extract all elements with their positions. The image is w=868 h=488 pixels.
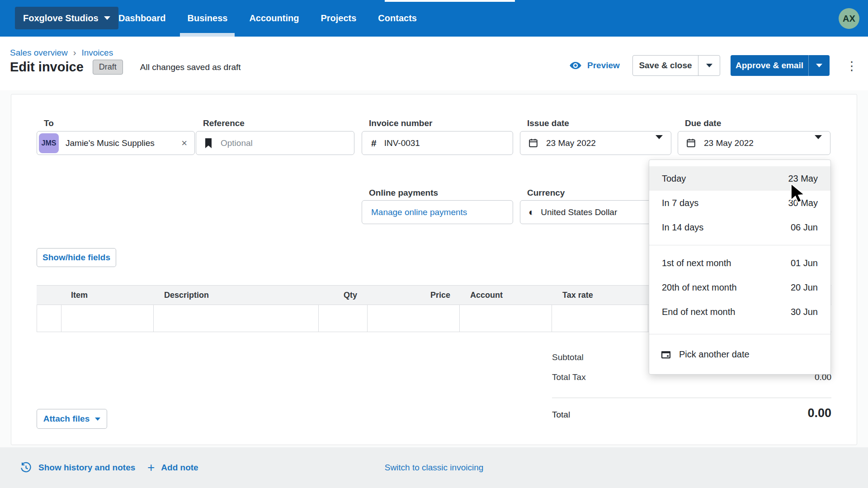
- description-cell[interactable]: [154, 305, 319, 332]
- user-avatar[interactable]: AX: [839, 8, 859, 29]
- approve-email-button[interactable]: Approve & email: [731, 55, 808, 76]
- nav-tabs: Dashboard Business Accounting Projects C…: [118, 0, 417, 37]
- switch-classic-wrap: Switch to classic invoicing: [0, 447, 868, 488]
- browser-artifact-bar: [385, 0, 515, 2]
- chevron-down-icon: [816, 64, 822, 67]
- kebab-icon: ⋮: [846, 59, 858, 73]
- reference-label: Reference: [203, 118, 245, 128]
- header-actions: Preview Save & close Approve & email ⋮: [0, 55, 868, 76]
- reference-placeholder: Optional: [221, 138, 253, 148]
- invoice-number-field[interactable]: # INV-0031: [362, 131, 513, 155]
- issue-date-label: Issue date: [527, 118, 569, 128]
- manage-online-payments-link[interactable]: Manage online payments: [371, 207, 467, 217]
- approve-email-split-button: Approve & email: [731, 55, 830, 76]
- nav-tab-contacts[interactable]: Contacts: [378, 0, 417, 37]
- total-tax-row: Total Tax 0.00: [552, 372, 831, 392]
- due-date-field[interactable]: 23 May 2022: [678, 131, 830, 155]
- invoice-number-value: INV-0031: [384, 138, 420, 148]
- total-row: Total 0.00: [552, 406, 831, 424]
- account-cell[interactable]: [460, 305, 552, 332]
- currency-icon: ◐: [528, 206, 534, 218]
- price-column-header: Price: [367, 291, 459, 300]
- preview-button[interactable]: Preview: [569, 55, 620, 76]
- menu-divider: [649, 245, 830, 245]
- total-label: Total: [552, 410, 570, 420]
- chevron-down-icon: [104, 16, 110, 20]
- menu-item-pick-another-date[interactable]: Pick another date: [649, 341, 830, 368]
- chevron-down-icon: [706, 64, 712, 67]
- due-date-label: Due date: [685, 118, 721, 128]
- org-name: Foxglove Studios: [23, 13, 99, 23]
- save-close-button[interactable]: Save & close: [633, 56, 698, 75]
- qty-cell[interactable]: [319, 305, 368, 332]
- menu-item-in-14-days[interactable]: In 14 days06 Jun: [649, 215, 830, 239]
- nav-tab-accounting[interactable]: Accounting: [249, 0, 299, 37]
- contact-name: Jamie's Music Supplies: [66, 138, 181, 148]
- hash-icon: #: [371, 138, 377, 149]
- eye-icon: [569, 59, 582, 72]
- currency-label: Currency: [527, 188, 565, 198]
- contact-initials-chip: JMS: [39, 133, 59, 153]
- issue-date-value: 23 May 2022: [546, 138, 596, 148]
- total-value: 0.00: [807, 406, 831, 420]
- approve-email-dropdown-toggle[interactable]: [808, 55, 830, 76]
- nav-tab-dashboard[interactable]: Dashboard: [118, 0, 165, 37]
- tax-rate-cell[interactable]: [552, 305, 648, 332]
- due-date-value: 23 May 2022: [704, 138, 754, 148]
- chevron-down-icon: [656, 135, 663, 147]
- item-column-header: Item: [61, 291, 153, 300]
- show-hide-fields-button[interactable]: Show/hide fields: [37, 248, 116, 267]
- menu-divider: [649, 334, 830, 334]
- save-close-split-button: Save & close: [632, 55, 720, 76]
- item-cell[interactable]: [61, 305, 154, 332]
- calendar-icon: [661, 349, 671, 359]
- to-field[interactable]: JMS Jamie's Music Supplies ×: [37, 131, 195, 155]
- subtotal-label: Subtotal: [552, 352, 584, 362]
- online-payments-box: Manage online payments: [362, 200, 513, 224]
- reference-field[interactable]: Optional: [196, 131, 354, 155]
- issue-date-dropdown-toggle[interactable]: [656, 139, 663, 147]
- mouse-cursor: [789, 183, 808, 204]
- calendar-icon: [686, 138, 696, 148]
- tax-rate-column-header: Tax rate: [552, 291, 648, 300]
- price-cell[interactable]: [368, 305, 460, 332]
- more-options-button[interactable]: ⋮: [844, 57, 860, 75]
- to-label: To: [44, 118, 54, 128]
- bookmark-icon: [204, 138, 212, 148]
- remove-contact-button[interactable]: ×: [181, 137, 187, 149]
- totals-divider: [552, 398, 831, 398]
- nav-tab-projects[interactable]: Projects: [321, 0, 356, 37]
- qty-column-header: Qty: [318, 291, 367, 300]
- nav-tab-business[interactable]: Business: [187, 0, 227, 37]
- xero-edit-invoice-screen: Foxglove Studios Dashboard Business Acco…: [0, 0, 868, 488]
- switch-to-classic-link[interactable]: Switch to classic invoicing: [385, 463, 484, 473]
- calendar-icon: [528, 138, 538, 148]
- chevron-down-icon: [95, 418, 100, 421]
- issue-date-field[interactable]: 23 May 2022: [520, 131, 671, 155]
- org-switcher-button[interactable]: Foxglove Studios: [15, 7, 118, 29]
- account-column-header: Account: [459, 291, 552, 300]
- currency-value: United States Dollar: [541, 207, 617, 217]
- preview-label: Preview: [587, 61, 620, 70]
- menu-item-1st-next-month[interactable]: 1st of next month01 Jun: [649, 251, 830, 275]
- top-nav: Foxglove Studios Dashboard Business Acco…: [0, 0, 868, 37]
- menu-item-end-next-month[interactable]: End of next month30 Jun: [649, 300, 830, 324]
- menu-item-20th-next-month[interactable]: 20th of next month20 Jun: [649, 275, 830, 300]
- online-payments-label: Online payments: [369, 188, 438, 198]
- total-tax-label: Total Tax: [552, 372, 586, 382]
- attach-files-button[interactable]: Attach files: [37, 409, 107, 429]
- save-close-dropdown-toggle[interactable]: [698, 56, 720, 75]
- row-drag-handle-cell[interactable]: [37, 305, 61, 332]
- footer-bar: Show history and notes + Add note Switch…: [0, 447, 868, 488]
- invoice-number-label: Invoice number: [369, 118, 432, 128]
- chevron-down-icon: [815, 135, 822, 147]
- due-date-dropdown-toggle[interactable]: [815, 139, 822, 147]
- description-column-header: Description: [153, 291, 318, 300]
